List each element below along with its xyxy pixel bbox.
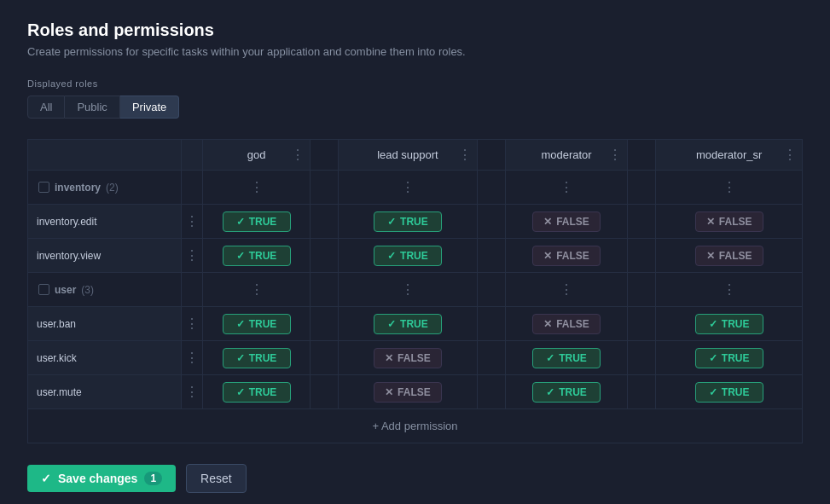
inventory-view-row-menu[interactable]: ⋮ <box>182 239 203 273</box>
cell-user-ban-mod[interactable]: FALSE <box>505 307 628 341</box>
toggle-inventory-view-lead[interactable]: TRUE <box>374 246 442 266</box>
inventory-lead-menu-icon[interactable]: ⋮ <box>401 181 415 194</box>
lead-support-col-menu-icon[interactable]: ⋮ <box>458 148 472 162</box>
x-icon <box>706 216 715 228</box>
page-subtitle: Create permissions for specific tasks wi… <box>27 45 803 58</box>
god-col-menu-icon[interactable]: ⋮ <box>291 148 305 162</box>
toggle-inventory-edit-god[interactable]: TRUE <box>223 211 291 232</box>
tab-public[interactable]: Public <box>65 96 119 119</box>
toggle-inventory-view-god[interactable]: TRUE <box>223 246 291 266</box>
cell-user-ban-god[interactable]: TRUE <box>203 307 311 341</box>
user-mod-menu-icon[interactable]: ⋮ <box>560 283 573 297</box>
user-god-dots[interactable]: ⋮ <box>203 273 311 307</box>
inventory-modsr-dots[interactable]: ⋮ <box>656 171 803 205</box>
check-icon <box>709 386 717 398</box>
x-icon <box>385 386 393 398</box>
toggle-user-mute-god[interactable]: TRUE <box>223 382 291 403</box>
cell-inventory-edit-lead[interactable]: TRUE <box>339 205 478 239</box>
group-name-user: user (3) <box>28 273 182 307</box>
toggle-user-mute-modsr[interactable]: TRUE <box>695 382 763 403</box>
inventory-view-row-menu-icon[interactable]: ⋮ <box>185 249 199 263</box>
cell-inventory-view-lead[interactable]: TRUE <box>339 239 478 273</box>
toggle-inventory-edit-modsr[interactable]: FALSE <box>695 211 763 232</box>
inventory-god-dots[interactable]: ⋮ <box>203 171 311 205</box>
check-icon <box>546 352 554 364</box>
page-title: Roles and permissions <box>27 20 803 40</box>
user-modsr-dots[interactable]: ⋮ <box>656 273 803 307</box>
inventory-mod-menu-icon[interactable]: ⋮ <box>560 181 573 194</box>
toggle-inventory-edit-mod[interactable]: FALSE <box>532 211 601 232</box>
table-row: inventory.view ⋮ TRUE TRUE FALSE FALSE <box>28 239 803 273</box>
role-filter-tabs: All Public Private <box>27 96 803 119</box>
group-checkbox-inventory[interactable] <box>38 182 49 193</box>
toggle-user-ban-mod[interactable]: FALSE <box>532 314 601 334</box>
cell-inventory-view-modsr[interactable]: FALSE <box>656 239 803 273</box>
moderator-col-menu-icon[interactable]: ⋮ <box>608 148 622 162</box>
add-permission-button[interactable]: + Add permission <box>372 420 457 432</box>
perm-name-user-kick: user.kick <box>28 341 182 375</box>
inventory-row-dots-name <box>182 171 203 205</box>
cell-user-kick-mod[interactable]: TRUE <box>505 341 628 375</box>
cell-inventory-edit-modsr[interactable]: FALSE <box>656 205 803 239</box>
footer: ✓ Save changes 1 Reset <box>27 464 803 493</box>
user-mute-row-menu[interactable]: ⋮ <box>182 375 203 409</box>
save-changes-button[interactable]: ✓ Save changes 1 <box>27 465 176 492</box>
save-badge: 1 <box>144 472 162 485</box>
user-mod-dots[interactable]: ⋮ <box>505 273 628 307</box>
toggle-user-kick-lead[interactable]: FALSE <box>374 348 442 368</box>
user-lead-dots[interactable]: ⋮ <box>339 273 478 307</box>
cell-user-ban-modsr[interactable]: TRUE <box>656 307 803 341</box>
cell-user-mute-modsr[interactable]: TRUE <box>656 375 803 409</box>
tab-all[interactable]: All <box>27 96 65 119</box>
group-checkbox-user[interactable] <box>38 284 49 295</box>
check-icon <box>546 386 554 398</box>
toggle-user-kick-god[interactable]: TRUE <box>223 348 291 368</box>
toggle-user-ban-lead[interactable]: TRUE <box>374 314 442 334</box>
cell-user-mute-god[interactable]: TRUE <box>203 375 311 409</box>
toggle-inventory-view-mod[interactable]: FALSE <box>532 246 601 266</box>
user-lead-menu-icon[interactable]: ⋮ <box>401 283 415 297</box>
user-ban-row-menu-icon[interactable]: ⋮ <box>185 317 199 331</box>
cell-user-kick-god[interactable]: TRUE <box>203 341 311 375</box>
cell-user-ban-lead[interactable]: TRUE <box>339 307 478 341</box>
cell-user-kick-lead[interactable]: FALSE <box>339 341 478 375</box>
inventory-god-menu-icon[interactable]: ⋮ <box>250 181 264 194</box>
toggle-inventory-edit-lead[interactable]: TRUE <box>374 211 442 232</box>
user-kick-row-menu[interactable]: ⋮ <box>182 341 203 375</box>
check-icon <box>236 386 245 398</box>
x-icon <box>543 318 552 330</box>
cell-user-mute-lead[interactable]: FALSE <box>339 375 478 409</box>
inventory-edit-row-menu-icon[interactable]: ⋮ <box>185 215 199 229</box>
user-mute-row-menu-icon[interactable]: ⋮ <box>185 385 199 399</box>
toggle-user-kick-mod[interactable]: TRUE <box>532 348 601 368</box>
group-row-inventory: inventory (2) ⋮ ⋮ ⋮ ⋮ <box>28 171 803 205</box>
save-changes-label: Save changes <box>58 472 137 485</box>
toggle-inventory-view-modsr[interactable]: FALSE <box>695 246 763 266</box>
cell-inventory-edit-god[interactable]: TRUE <box>203 205 311 239</box>
user-ban-row-menu[interactable]: ⋮ <box>182 307 203 341</box>
cell-user-mute-mod[interactable]: TRUE <box>505 375 628 409</box>
toggle-user-kick-modsr[interactable]: TRUE <box>695 348 763 368</box>
inventory-edit-row-menu[interactable]: ⋮ <box>182 205 203 239</box>
tab-private[interactable]: Private <box>120 96 179 119</box>
cell-inventory-edit-mod[interactable]: FALSE <box>505 205 628 239</box>
col-header-moderator: moderator ⋮ <box>505 140 628 171</box>
cell-inventory-view-mod[interactable]: FALSE <box>505 239 628 273</box>
moderator-sr-col-menu-icon[interactable]: ⋮ <box>783 148 797 162</box>
user-kick-row-menu-icon[interactable]: ⋮ <box>185 351 199 365</box>
user-god-menu-icon[interactable]: ⋮ <box>250 283 264 297</box>
save-check-icon: ✓ <box>41 472 51 485</box>
col-header-name <box>28 140 182 171</box>
toggle-user-ban-modsr[interactable]: TRUE <box>695 314 763 334</box>
cell-inventory-view-god[interactable]: TRUE <box>203 239 311 273</box>
toggle-user-mute-mod[interactable]: TRUE <box>532 382 601 403</box>
inventory-lead-dots[interactable]: ⋮ <box>339 171 478 205</box>
toggle-user-mute-lead[interactable]: FALSE <box>374 382 442 403</box>
user-modsr-menu-icon[interactable]: ⋮ <box>723 283 736 297</box>
inventory-modsr-menu-icon[interactable]: ⋮ <box>723 181 736 194</box>
toggle-user-ban-god[interactable]: TRUE <box>223 314 291 334</box>
reset-button[interactable]: Reset <box>186 464 247 493</box>
inventory-mod-dots[interactable]: ⋮ <box>505 171 628 205</box>
cell-user-kick-modsr[interactable]: TRUE <box>656 341 803 375</box>
x-icon <box>543 250 552 262</box>
